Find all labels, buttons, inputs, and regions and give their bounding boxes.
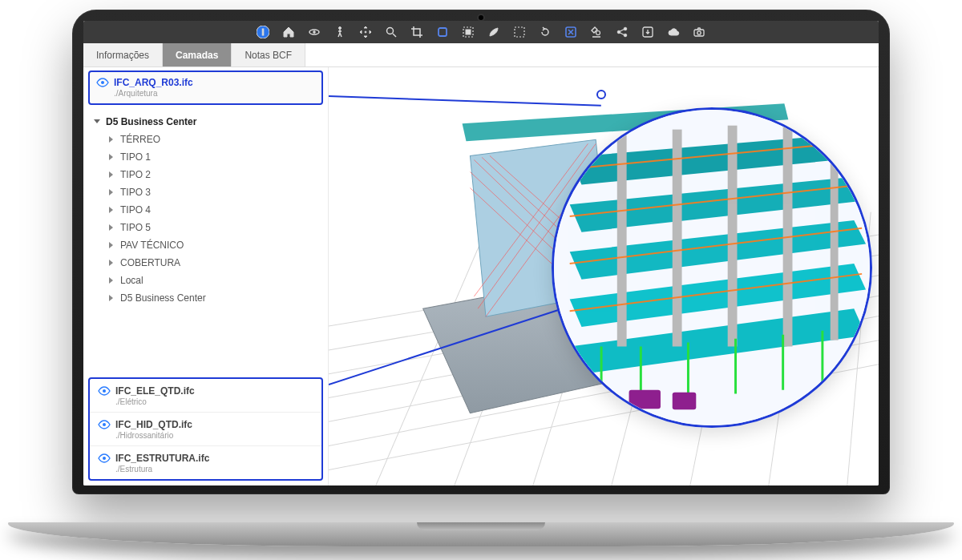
other-layers-block: IFC_ELE_QTD.ifc./ElétricoIFC_HID_QTD.ifc…	[88, 377, 323, 481]
svg-point-14	[624, 27, 627, 30]
eye-icon[interactable]	[98, 452, 111, 465]
caret-right-icon	[107, 206, 115, 214]
svg-point-12	[596, 31, 600, 35]
svg-point-19	[101, 81, 104, 84]
main-toolbar: i	[83, 21, 879, 43]
callout-dot	[596, 90, 606, 99]
laptop-mockup: i Informações	[72, 10, 890, 522]
caret-right-icon	[107, 241, 115, 249]
caret-right-icon	[107, 135, 115, 143]
orbit-icon[interactable]	[307, 25, 321, 39]
camera-icon[interactable]	[692, 25, 706, 39]
svg-rect-36	[728, 126, 738, 347]
layer-row[interactable]: IFC_HID_QTD.ifc./Hidrossanitário	[90, 413, 321, 446]
x-box-icon[interactable]	[564, 25, 578, 39]
app-window: i Informações	[83, 21, 879, 485]
svg-rect-7	[439, 28, 447, 36]
home-icon[interactable]	[281, 25, 296, 39]
eye-icon[interactable]	[98, 418, 111, 431]
svg-text:i: i	[261, 27, 264, 37]
tab-notas-bcf[interactable]: Notas BCF	[232, 43, 305, 66]
svg-point-21	[103, 423, 106, 426]
svg-point-6	[387, 28, 394, 34]
svg-point-20	[103, 389, 106, 393]
caret-right-icon	[107, 276, 115, 284]
crop-icon[interactable]	[410, 25, 424, 39]
layers-sidebar: IFC_ARQ_R03.ifc ./Arquitetura D5 Busines…	[83, 67, 329, 485]
tree-item[interactable]: TIPO 5	[107, 219, 323, 236]
magnifier-view	[552, 107, 872, 428]
svg-rect-35	[673, 130, 682, 347]
tree-item[interactable]: TÉRREO	[107, 131, 323, 148]
svg-rect-46	[629, 390, 661, 409]
svg-rect-47	[673, 393, 697, 410]
tab-informacoes[interactable]: Informações	[83, 43, 163, 66]
cloud-icon[interactable]	[666, 25, 681, 39]
svg-point-18	[697, 31, 701, 34]
layer-name: IFC_ARQ_R03.ifc	[114, 77, 193, 88]
caret-right-icon	[107, 224, 115, 232]
tree-item[interactable]: TIPO 3	[107, 183, 323, 201]
laptop-base	[8, 522, 954, 546]
caret-right-icon	[107, 294, 115, 302]
caret-right-icon	[107, 188, 115, 196]
pan-icon[interactable]	[358, 25, 373, 39]
sidebar-tabs: Informações Camadas Notas BCF	[83, 43, 879, 67]
caret-down-icon	[93, 118, 101, 126]
select-similar-icon[interactable]	[512, 25, 527, 39]
tree-item[interactable]: D5 Business Center	[107, 289, 323, 307]
walk-icon[interactable]	[333, 25, 347, 39]
cube-icon[interactable]	[435, 25, 450, 39]
tree-item[interactable]: Local	[107, 272, 323, 289]
svg-point-15	[624, 34, 627, 37]
caret-right-icon	[107, 171, 115, 179]
3d-viewport[interactable]	[329, 67, 879, 485]
eye-icon[interactable]	[98, 385, 111, 397]
tab-camadas[interactable]: Camadas	[163, 43, 232, 66]
svg-point-3	[313, 31, 316, 34]
svg-point-4	[339, 27, 342, 30]
microscope-icon[interactable]	[589, 25, 604, 39]
svg-rect-10	[515, 27, 524, 37]
tree-item[interactable]: TIPO 1	[107, 148, 323, 166]
svg-rect-34	[617, 134, 627, 347]
leaf-icon[interactable]	[487, 25, 501, 39]
download-icon[interactable]	[641, 25, 655, 39]
layer-path: ./Arquitetura	[114, 89, 315, 98]
svg-point-5	[365, 31, 366, 33]
laptop-camera	[479, 15, 483, 20]
search-icon[interactable]	[384, 25, 398, 39]
svg-point-13	[617, 30, 620, 34]
tree-item[interactable]: COBERTURA	[107, 254, 323, 272]
laptop-bezel: i Informações	[72, 10, 890, 494]
share-icon[interactable]	[615, 25, 629, 39]
svg-rect-9	[466, 30, 471, 34]
layer-active-block[interactable]: IFC_ARQ_R03.ifc ./Arquitetura	[88, 71, 323, 105]
caret-right-icon	[107, 153, 115, 161]
svg-point-22	[103, 457, 106, 460]
caret-right-icon	[107, 259, 115, 267]
layer-row[interactable]: IFC_ELE_QTD.ifc./Elétrico	[90, 379, 321, 413]
tree-item[interactable]: PAV TÉCNICO	[107, 236, 323, 254]
select-icon[interactable]	[461, 25, 475, 39]
eye-icon[interactable]	[96, 76, 109, 89]
info-icon[interactable]: i	[256, 25, 270, 39]
layer-row[interactable]: IFC_ESTRUTURA.ifc./Estrutura	[90, 446, 321, 479]
redo-icon[interactable]	[538, 25, 552, 39]
tree-item[interactable]: TIPO 2	[107, 166, 323, 183]
tree-root[interactable]: D5 Business Center	[93, 113, 323, 131]
layer-tree: D5 Business Center TÉRREOTIPO 1TIPO 2TIP…	[83, 108, 328, 312]
tree-item[interactable]: TIPO 4	[107, 201, 323, 219]
svg-rect-37	[783, 122, 793, 347]
